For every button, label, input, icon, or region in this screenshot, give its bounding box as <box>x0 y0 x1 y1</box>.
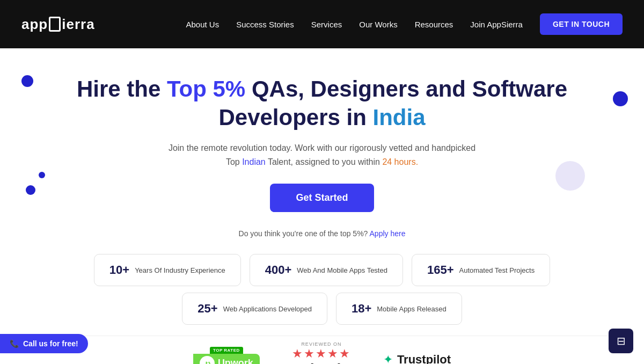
logo-strip: TOP RATED Upwork REVIEWED ON ★★★★★ Clutc… <box>21 336 623 364</box>
phone-icon: 📞 <box>10 339 19 348</box>
get-started-button[interactable]: Get Started <box>270 184 374 212</box>
decorative-circle-lavender <box>555 161 585 191</box>
stat-label-3: Web Applications Developed <box>223 305 312 313</box>
stat-number-1: 400+ <box>265 263 292 277</box>
decorative-circle-left <box>21 75 33 87</box>
stat-number-0: 10+ <box>109 263 129 277</box>
main-content: Hire the Top 5% QAs, Designers and Softw… <box>0 48 644 364</box>
stat-label-2: Automated Test Projects <box>459 266 535 274</box>
stat-number-4: 18+ <box>352 302 371 316</box>
apply-text: Do you think you're one of the top 5%? A… <box>21 229 623 238</box>
upwork-badge: TOP RATED Upwork <box>193 347 260 364</box>
stat-label-4: Mobile Apps Released <box>377 305 446 313</box>
headline-highlight1: Top 5% <box>167 76 245 101</box>
logo: app ierra <box>21 16 95 33</box>
nav-link-works[interactable]: Our Works <box>359 20 397 29</box>
subtext-line1: Join the remote revolution today. Work w… <box>169 143 475 152</box>
apply-question: Do you think you're one of the top 5%? <box>239 229 368 238</box>
headline-middle: QAs, Designers and Software <box>245 76 567 101</box>
hero-subtext: Join the remote revolution today. Work w… <box>21 141 623 169</box>
stat-card-1: 400+ Web And Mobile Apps Tested <box>250 254 403 286</box>
upwork-u-icon <box>200 356 215 364</box>
navbar: app ierra About Us Success Stories Servi… <box>0 0 644 48</box>
upwork-top-rated-label: TOP RATED <box>210 347 243 354</box>
apply-link[interactable]: Apply here <box>370 229 406 238</box>
subtext-indian-link[interactable]: Indian <box>242 157 266 166</box>
trustpilot-name: Trustpilot <box>397 353 451 364</box>
nav-link-about[interactable]: About Us <box>186 20 219 29</box>
decorative-circle-small <box>39 172 45 178</box>
stats-row-2: 25+ Web Applications Developed 18+ Mobil… <box>21 293 623 325</box>
headline-prefix: Hire the <box>77 76 167 101</box>
stat-label-1: Web And Mobile Apps Tested <box>297 266 387 274</box>
trustpilot-star-icon: ✦ <box>383 353 393 364</box>
headline-highlight2: India <box>373 105 426 130</box>
logo-bracket-icon <box>49 17 61 32</box>
subtext-prefix: Top <box>226 157 242 166</box>
upwork-name: Upwork <box>218 358 253 364</box>
nav-link-success[interactable]: Success Stories <box>236 20 294 29</box>
stat-card-4: 18+ Mobile Apps Released <box>336 293 462 325</box>
headline-line2-prefix: Developers in <box>218 105 372 130</box>
stat-card-0: 10+ Years Of Industry Experience <box>94 254 241 286</box>
logo-text: app ierra <box>21 16 95 33</box>
stat-card-2: 165+ Automated Test Projects <box>412 254 550 286</box>
get-in-touch-button[interactable]: GET IN TOUCH <box>540 13 623 35</box>
clutch-name: Clutch <box>298 361 345 364</box>
call-us-bar[interactable]: 📞 Call us for free! <box>0 334 88 353</box>
subtext-middle: Talent, assigned to you within <box>266 157 383 166</box>
call-us-label: Call us for free! <box>23 339 78 348</box>
subtext-hours-link: 24 hours. <box>382 157 418 166</box>
stat-number-2: 165+ <box>427 263 454 277</box>
clutch-reviewed-label: REVIEWED ON <box>301 341 341 347</box>
clutch-badge: REVIEWED ON ★★★★★ Clutch <box>292 341 351 364</box>
upwork-main-logo: Upwork <box>193 354 260 364</box>
stat-label-0: Years Of Industry Experience <box>135 266 225 274</box>
clutch-stars-icon: ★★★★★ <box>292 347 351 361</box>
stats-row-1: 10+ Years Of Industry Experience 400+ We… <box>21 254 623 286</box>
decorative-circle-med <box>26 185 35 195</box>
nav-link-services[interactable]: Services <box>311 20 342 29</box>
decorative-circle-right <box>613 91 628 106</box>
stat-card-3: 25+ Web Applications Developed <box>182 293 327 325</box>
nav-links: About Us Success Stories Services Our Wo… <box>186 13 623 35</box>
nav-link-resources[interactable]: Resources <box>415 20 453 29</box>
trustpilot-badge: ✦ Trustpilot <box>383 353 451 364</box>
stat-number-3: 25+ <box>197 302 217 316</box>
hero-headline: Hire the Top 5% QAs, Designers and Softw… <box>21 75 623 132</box>
chat-icon: ⊟ <box>617 334 626 347</box>
chat-button[interactable]: ⊟ <box>609 329 633 353</box>
nav-link-join[interactable]: Join AppSierra <box>470 20 523 29</box>
